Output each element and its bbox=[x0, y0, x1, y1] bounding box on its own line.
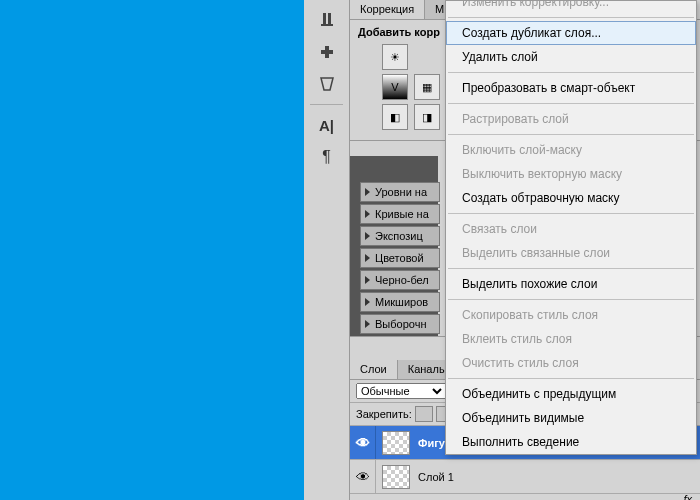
menu-item: Очистить стиль слоя bbox=[446, 351, 696, 375]
layer-context-menu: Изменить корректировку...Создать дублика… bbox=[445, 0, 697, 455]
lock-transparency-icon[interactable] bbox=[415, 406, 433, 422]
menu-item: Растрировать слой bbox=[446, 107, 696, 131]
menu-item[interactable]: Объединить видимые bbox=[446, 406, 696, 430]
layer-name-label[interactable]: Слой 1 bbox=[416, 471, 700, 483]
tab-layers[interactable]: Слои bbox=[350, 360, 398, 379]
narrow-toolbar: A| ¶ bbox=[304, 0, 350, 500]
adjustment-preset-icon[interactable]: ◧ bbox=[382, 104, 408, 130]
menu-separator bbox=[448, 103, 694, 104]
layer-row[interactable]: 👁Слой 1 bbox=[350, 460, 700, 494]
adjustment-preset-item[interactable]: Экспозиц bbox=[360, 226, 440, 246]
canvas-area[interactable] bbox=[0, 0, 304, 500]
menu-item[interactable]: Удалить слой bbox=[446, 45, 696, 69]
menu-item[interactable]: Преобразовать в смарт-объект bbox=[446, 76, 696, 100]
menu-item: Скопировать стиль слоя bbox=[446, 303, 696, 327]
adjustment-presets-list: Уровни наКривые наЭкспозицЦветовойЧерно-… bbox=[360, 170, 440, 336]
svg-rect-2 bbox=[321, 24, 333, 26]
tool-icon-3[interactable] bbox=[315, 72, 339, 96]
adjustment-preset-item[interactable]: Выборочн bbox=[360, 314, 440, 334]
menu-item[interactable]: Выполнить сведение bbox=[446, 430, 696, 454]
layer-thumbnail[interactable] bbox=[382, 431, 410, 455]
svg-rect-4 bbox=[325, 46, 329, 58]
menu-item[interactable]: Объединить с предыдущим bbox=[446, 382, 696, 406]
menu-item: Вклеить стиль слоя bbox=[446, 327, 696, 351]
adjustment-preset-item[interactable]: Микширов bbox=[360, 292, 440, 312]
menu-item: Выделить связанные слои bbox=[446, 241, 696, 265]
menu-separator bbox=[448, 268, 694, 269]
svg-rect-1 bbox=[328, 13, 331, 24]
tool-icon-2[interactable] bbox=[315, 40, 339, 64]
menu-item: Выключить векторную маску bbox=[446, 162, 696, 186]
lock-label: Закрепить: bbox=[356, 408, 412, 420]
menu-separator bbox=[448, 378, 694, 379]
menu-separator bbox=[448, 17, 694, 18]
adjustment-preset-icon[interactable]: ▦ bbox=[414, 74, 440, 100]
adjustment-preset-item[interactable]: Уровни на bbox=[360, 182, 440, 202]
menu-separator bbox=[448, 72, 694, 73]
menu-item[interactable]: Создать обтравочную маску bbox=[446, 186, 696, 210]
menu-item: Включить слой-маску bbox=[446, 138, 696, 162]
tool-icon-1[interactable] bbox=[315, 8, 339, 32]
blend-mode-select[interactable]: Обычные bbox=[356, 383, 446, 399]
menu-separator bbox=[448, 299, 694, 300]
svg-rect-0 bbox=[323, 13, 326, 24]
menu-item: Изменить корректировку... bbox=[446, 0, 696, 14]
fx-icon[interactable]: fx bbox=[683, 493, 692, 500]
menu-item: Связать слои bbox=[446, 217, 696, 241]
tab-correction[interactable]: Коррекция bbox=[350, 0, 425, 19]
tool-text-a-icon[interactable]: A| bbox=[315, 113, 339, 137]
adjustment-preset-icon[interactable]: V bbox=[382, 74, 408, 100]
menu-item[interactable]: Выделить похожие слои bbox=[446, 272, 696, 296]
visibility-eye-icon[interactable]: 👁 bbox=[350, 460, 376, 493]
adjustment-preset-item[interactable]: Кривые на bbox=[360, 204, 440, 224]
tool-paragraph-icon[interactable]: ¶ bbox=[315, 145, 339, 169]
menu-item[interactable]: Создать дубликат слоя... bbox=[446, 21, 696, 45]
menu-separator bbox=[448, 134, 694, 135]
adjustment-preset-icon[interactable]: ☀ bbox=[382, 44, 408, 70]
visibility-eye-icon[interactable]: 👁 bbox=[350, 426, 376, 459]
adjustment-preset-icon[interactable]: ◨ bbox=[414, 104, 440, 130]
adjustment-preset-item[interactable]: Черно-бел bbox=[360, 270, 440, 290]
adjustment-preset-item[interactable]: Цветовой bbox=[360, 248, 440, 268]
layer-thumbnail[interactable] bbox=[382, 465, 410, 489]
menu-separator bbox=[448, 213, 694, 214]
